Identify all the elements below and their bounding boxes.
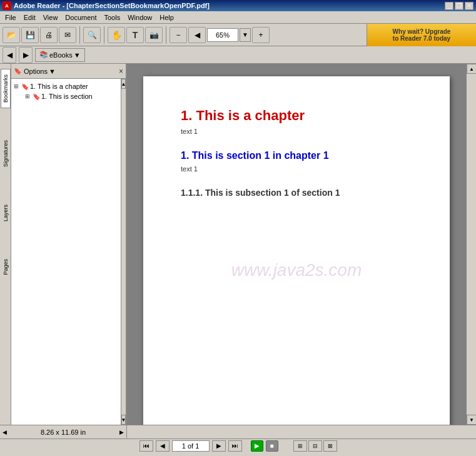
title-bar: A Adobe Reader - [ChapterSectionSetBookm… [0,0,476,11]
sep3 [166,26,166,44]
bookmark-icon-section: 🔖 [33,93,40,100]
zoom-dropdown[interactable]: ▼ [240,28,251,42]
options-button[interactable]: Options ▼ [24,68,56,75]
window-title: Adobe Reader - [ChapterSectionSetBookmar… [14,2,210,9]
zoom-input[interactable] [207,28,238,42]
resize-btn2[interactable]: ⊟ [308,440,322,452]
ebooks-dropdown-icon: ▼ [74,51,81,59]
tab-signatures[interactable]: Signatures [1,134,11,173]
open-button[interactable]: 📂 [3,27,20,43]
minimize-button[interactable]: _ [445,2,453,10]
bookmarks-panel: 🔖 Options ▼ × ⊞ 🔖 1. This is a chapter ⊞ [11,64,127,425]
pdf-section-title: 1. This is section 1 in chapter 1 [181,150,412,161]
options-label: Options [24,68,48,75]
menu-file[interactable]: File [1,13,20,23]
menu-tools[interactable]: Tools [101,13,124,23]
secondary-toolbar: ◀ ▶ 📚 eBooks ▼ [0,46,476,64]
app-icon: A [3,1,11,10]
last-page-button[interactable]: ⏭ [228,440,242,452]
status-bar: ◀ 8.26 x 11.69 in ▶ [0,425,476,438]
scroll-up-button[interactable]: ▲ [467,64,476,74]
content-area: 1. This is a chapter text 1 1. This is s… [127,64,466,425]
menu-window[interactable]: Window [124,13,156,23]
snapshot-button[interactable]: 📷 [145,27,163,43]
email-button[interactable]: ✉ [59,27,76,43]
menu-view[interactable]: View [39,13,62,23]
panel-options: 🔖 Options ▼ [14,68,56,75]
select-button[interactable]: T [126,27,144,43]
ad-line1: Why wait? Upgrade [393,28,451,35]
hand-button[interactable]: ✋ [108,27,125,43]
bookmark-section-label: 1. This is section [41,93,93,100]
page-input[interactable] [172,440,210,452]
zoom-in-button[interactable]: + [252,27,270,43]
zoom-out-button[interactable]: − [170,27,187,43]
menu-edit[interactable]: Edit [20,13,39,23]
scroll-down-button[interactable]: ▼ [467,415,476,425]
ebooks-button[interactable]: 📚 eBooks ▼ [35,48,85,62]
panel-scroll-down[interactable]: ▼ [121,415,126,425]
panel-scroll-up[interactable]: ▲ [121,79,126,89]
options-arrow: ▼ [49,68,56,75]
stop-button[interactable]: ■ [266,440,278,452]
restore-button[interactable]: ❐ [455,2,463,10]
nav-bar: ⏮ ◀ ▶ ⏭ ▶ ■ ⊞ ⊟ ⊠ [0,438,476,452]
zoom-box: ▼ [207,28,251,42]
tab-bookmarks[interactable]: Bookmarks [1,69,11,108]
forward-button[interactable]: ▶ [19,47,33,63]
print-button[interactable]: 🖨 [40,27,58,43]
status-scroll-right[interactable]: ▶ [119,429,124,435]
prev-page-button[interactable]: ◀ [156,440,170,452]
status-left: ◀ 8.26 x 11.69 in ▶ [0,425,127,438]
resize-btn1[interactable]: ⊞ [293,440,307,452]
first-page-button[interactable]: ⏮ [139,440,153,452]
sep2 [104,26,104,44]
ad-line2: to Reader 7.0 today [393,35,450,42]
main-toolbar: 📂 💾 🖨 ✉ 🔍 ✋ T 📷 − ◀ ▼ + Why wait? Upgrad… [0,24,476,46]
tab-pages[interactable]: Pages [1,253,11,281]
bookmark-chapter-label: 1. This is a chapter [30,83,88,90]
ebooks-label: eBooks [49,51,73,59]
pdf-chapter-title: 1. This is a chapter [181,108,412,124]
tab-layers[interactable]: Layers [1,199,11,227]
expand-icon: ⊞ [14,83,20,89]
menu-help[interactable]: Help [156,13,178,23]
main-layout: Bookmarks Signatures Layers Pages 🔖 Opti… [0,64,476,425]
window-controls: _ ❐ × [445,2,473,10]
bookmark-tree: ⊞ 🔖 1. This is a chapter ⊞ 🔖 1. This is … [11,79,121,425]
ad-banner[interactable]: Why wait? Upgrade to Reader 7.0 today [367,24,476,46]
expand-icon-section: ⊞ [25,93,31,99]
save-button[interactable]: 💾 [21,27,39,43]
close-button[interactable]: × [465,2,473,10]
search-button[interactable]: 🔍 [83,27,101,43]
menu-bar: File Edit View Document Tools Window Hel… [0,11,476,24]
pdf-page: 1. This is a chapter text 1 1. This is s… [143,76,450,425]
right-scrollbar[interactable]: ▲ ▼ [466,64,476,425]
bookmark-item-section[interactable]: ⊞ 🔖 1. This is section [24,91,119,101]
play-button[interactable]: ▶ [251,440,263,452]
panel-close-button[interactable]: × [119,67,123,76]
resize-controls: ⊞ ⊟ ⊠ [293,440,337,452]
back-button[interactable]: ◀ [3,47,16,63]
bookmark-icon-chapter: 🔖 [21,83,29,90]
pdf-viewport: 1. This is a chapter text 1 1. This is s… [127,64,466,425]
page-size: 8.26 x 11.69 in [41,428,86,436]
pdf-text1: text 1 [181,128,412,135]
panel-icon: 🔖 [14,68,21,74]
panel-scroll-track [121,89,126,415]
scroll-track [467,74,476,415]
pdf-subsection-title: 1.1.1. This is subsection 1 of section 1 [181,188,412,198]
menu-document[interactable]: Document [61,13,100,23]
watermark: www.java2s.com [231,260,362,280]
sep1 [79,26,80,44]
panel-scrollbar[interactable]: ▲ ▼ [121,79,126,425]
status-scroll-left[interactable]: ◀ [3,429,7,435]
panel-header: 🔖 Options ▼ × [11,64,126,79]
zoom-prev-button[interactable]: ◀ [188,27,206,43]
resize-btn3[interactable]: ⊠ [323,440,337,452]
bookmark-item-chapter[interactable]: ⊞ 🔖 1. This is a chapter [13,81,119,91]
next-page-button[interactable]: ▶ [212,440,226,452]
left-tabs: Bookmarks Signatures Layers Pages [0,64,11,425]
ebooks-icon: 📚 [39,51,48,59]
pdf-text2: text 1 [181,165,412,173]
